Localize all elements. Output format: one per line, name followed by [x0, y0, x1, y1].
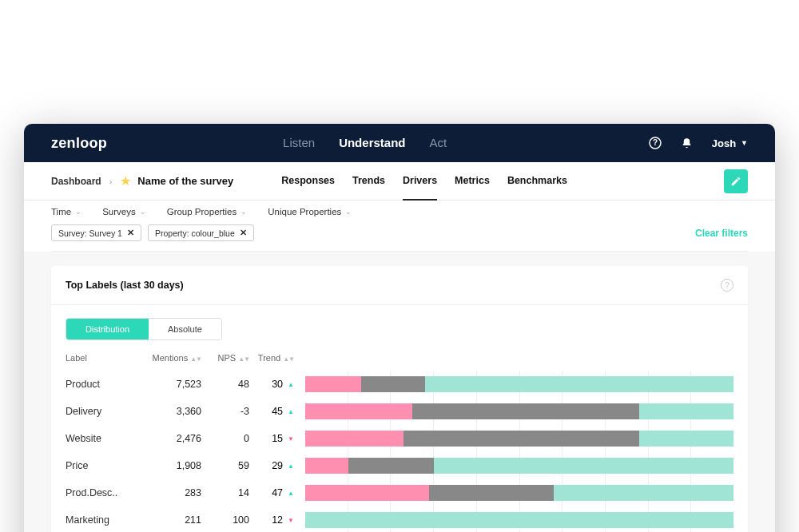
- label-cell[interactable]: Prod.Desc..: [66, 487, 137, 498]
- chevron-down-icon: ⌄: [75, 208, 81, 216]
- nav-act[interactable]: Act: [429, 124, 447, 162]
- brand-logo: zenloop: [51, 135, 107, 152]
- table-row: Website2,476015▼: [66, 425, 733, 452]
- topbar: zenloop Listen Understand Act ? Josh ▼: [24, 124, 775, 162]
- table-row: Marketing21110012▼: [66, 506, 733, 532]
- nps-cell: 14: [201, 487, 249, 498]
- bar-passives: [348, 458, 434, 474]
- filter-chip-survey[interactable]: Survey: Survey 1✕: [51, 224, 141, 241]
- labels-table: Label Mentions▲▼ NPS▲▼ Trend▲▼ Product7,…: [66, 348, 733, 532]
- filter-group-properties[interactable]: Group Properties⌄: [167, 207, 248, 216]
- bar-detractors: [305, 403, 412, 419]
- tab-metrics[interactable]: Metrics: [455, 162, 490, 200]
- help-icon[interactable]: ?: [648, 136, 662, 150]
- sort-icon: ▲▼: [190, 355, 201, 363]
- trend-cell: 12▼: [249, 514, 305, 526]
- nav-understand[interactable]: Understand: [339, 124, 405, 162]
- bar-promoters: [639, 431, 733, 447]
- tab-responses[interactable]: Responses: [281, 162, 335, 200]
- sub-nav: Responses Trends Drivers Metrics Benchma…: [281, 162, 567, 200]
- filter-chips: Survey: Survey 1✕ Property: colour_blue✕…: [51, 224, 748, 252]
- bar-passives: [412, 403, 639, 419]
- clear-filters-link[interactable]: Clear filters: [695, 228, 748, 239]
- trend-up-icon: ▲: [288, 381, 294, 388]
- trend-cell: 29▲: [249, 460, 305, 471]
- label-cell[interactable]: Delivery: [66, 406, 137, 417]
- user-menu[interactable]: Josh ▼: [712, 137, 748, 149]
- bell-icon[interactable]: [680, 136, 694, 150]
- nps-cell: -3: [201, 406, 249, 417]
- bar-promoters: [639, 403, 733, 419]
- bar-detractors: [305, 485, 429, 501]
- distribution-bar[interactable]: [305, 485, 733, 501]
- svg-text:?: ?: [653, 138, 658, 147]
- user-name: Josh: [712, 137, 736, 149]
- nps-cell: 48: [201, 379, 249, 390]
- bar-passives: [403, 431, 639, 447]
- table-row: Product7,5234830▲: [66, 371, 733, 398]
- label-cell[interactable]: Product: [66, 379, 137, 390]
- filter-surveys[interactable]: Surveys⌄: [102, 207, 146, 216]
- breadcrumb-bar: Dashboard › ★ Name of the survey Respons…: [24, 162, 775, 200]
- chevron-down-icon: ⌄: [345, 208, 352, 216]
- table-header: Label Mentions▲▼ NPS▲▼ Trend▲▼: [66, 348, 733, 371]
- star-icon[interactable]: ★: [120, 173, 131, 189]
- chevron-down-icon: ⌄: [140, 208, 146, 216]
- bar-promoters: [554, 485, 733, 501]
- chevron-right-icon: ›: [109, 177, 113, 186]
- trend-cell: 15▼: [249, 433, 305, 444]
- view-toggle: Distribution Absolute: [66, 318, 222, 340]
- col-header-mentions[interactable]: Mentions▲▼: [137, 353, 201, 363]
- info-icon[interactable]: ?: [721, 279, 733, 292]
- filter-time[interactable]: Time⌄: [51, 207, 81, 216]
- mentions-cell: 7,523: [137, 379, 201, 390]
- tab-trends[interactable]: Trends: [352, 162, 385, 200]
- toggle-distribution[interactable]: Distribution: [66, 319, 149, 339]
- sort-icon: ▲▼: [283, 355, 294, 363]
- col-header-nps[interactable]: NPS▲▼: [201, 353, 249, 363]
- main-nav: Listen Understand Act: [283, 124, 447, 162]
- trend-cell: 47▲: [249, 487, 305, 498]
- edit-button[interactable]: [724, 169, 748, 193]
- toggle-absolute[interactable]: Absolute: [149, 319, 221, 339]
- pencil-icon: [730, 176, 741, 187]
- filter-unique-properties[interactable]: Unique Properties⌄: [268, 207, 352, 216]
- bar-promoters: [305, 512, 733, 528]
- chevron-down-icon: ⌄: [240, 208, 247, 216]
- filter-chip-property[interactable]: Property: colour_blue✕: [148, 224, 254, 241]
- label-cell[interactable]: Website: [66, 433, 137, 444]
- label-cell[interactable]: Price: [66, 460, 137, 471]
- distribution-bar[interactable]: [305, 458, 733, 474]
- card-body: Distribution Absolute Label Mentions▲▼ N…: [51, 305, 748, 532]
- card-header: Top Labels (last 30 days) ?: [51, 266, 748, 305]
- breadcrumb-root[interactable]: Dashboard: [51, 176, 101, 187]
- col-header-trend[interactable]: Trend▲▼: [249, 353, 305, 363]
- top-labels-card: Top Labels (last 30 days) ? Distribution…: [51, 266, 748, 532]
- close-icon[interactable]: ✕: [240, 228, 247, 238]
- distribution-bar[interactable]: [305, 403, 733, 419]
- tab-drivers[interactable]: Drivers: [403, 162, 437, 200]
- col-header-chart: [305, 353, 733, 363]
- bar-detractors: [305, 376, 361, 392]
- label-cell[interactable]: Marketing: [66, 514, 137, 526]
- trend-cell: 30▲: [249, 379, 305, 390]
- sort-icon: ▲▼: [238, 355, 249, 363]
- col-header-label[interactable]: Label: [66, 353, 137, 363]
- distribution-bar[interactable]: [305, 376, 733, 392]
- bar-detractors: [305, 431, 403, 447]
- mentions-cell: 283: [137, 487, 201, 498]
- mentions-cell: 2,476: [137, 433, 201, 444]
- topbar-right: ? Josh ▼: [648, 136, 748, 150]
- table-row: Price1,9085929▲: [66, 452, 733, 479]
- content-area: Top Labels (last 30 days) ? Distribution…: [24, 252, 775, 532]
- chevron-down-icon: ▼: [741, 139, 748, 147]
- filter-bar: Time⌄ Surveys⌄ Group Properties⌄ Unique …: [24, 200, 775, 252]
- close-icon[interactable]: ✕: [127, 228, 134, 238]
- distribution-bar[interactable]: [305, 512, 733, 528]
- nps-cell: 100: [201, 514, 249, 526]
- trend-up-icon: ▲: [288, 408, 294, 415]
- nav-listen[interactable]: Listen: [283, 124, 315, 162]
- bar-promoters: [434, 458, 733, 474]
- tab-benchmarks[interactable]: Benchmarks: [507, 162, 567, 200]
- distribution-bar[interactable]: [305, 431, 733, 447]
